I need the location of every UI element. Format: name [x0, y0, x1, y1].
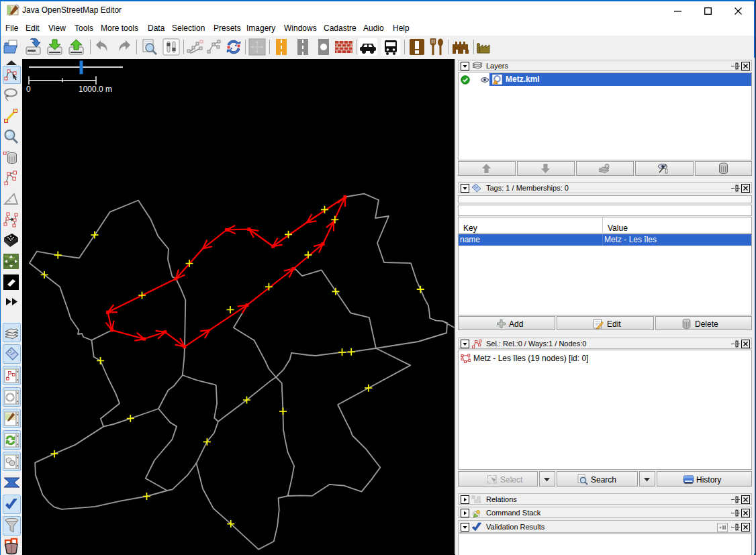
svg-text:1000.0 m: 1000.0 m — [79, 85, 112, 94]
svg-text:0: 0 — [26, 85, 31, 94]
